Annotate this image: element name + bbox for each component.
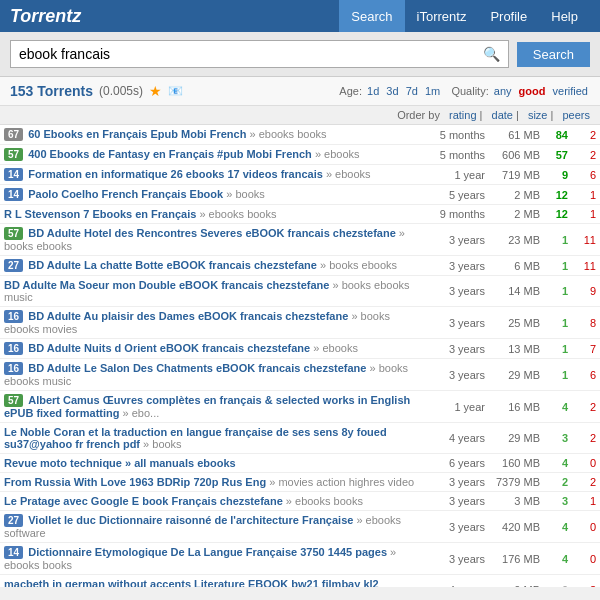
result-link[interactable]: BD Adulte Au plaisir des Dames eBOOK fra… [28, 310, 348, 322]
result-age: 4 years [429, 423, 489, 454]
result-age: 3 years [429, 276, 489, 307]
result-leeches: 2 [572, 423, 600, 454]
result-age: 9 months [429, 205, 489, 224]
result-size: 719 MB [489, 165, 544, 185]
result-leeches: 1 [572, 492, 600, 511]
logo: Torrentz [10, 6, 81, 27]
result-title-cell: 14 Formation en informatique 26 ebooks 1… [0, 165, 429, 185]
result-link[interactable]: Albert Camus Œuvres complètes en françai… [4, 394, 410, 419]
table-row: Le Noble Coran et la traduction en langu… [0, 423, 600, 454]
result-link[interactable]: Le Noble Coran et la traduction en langu… [4, 426, 387, 450]
result-link[interactable]: BD Adulte Nuits d Orient eBOOK francais … [28, 342, 310, 354]
sort-label: Order by [397, 109, 443, 121]
results-time: (0.005s) [99, 84, 143, 98]
quality-verified[interactable]: verified [553, 85, 588, 97]
result-meta: » ebooks books [249, 128, 326, 140]
age-7d[interactable]: 7d [406, 85, 418, 97]
result-link[interactable]: Paolo Coelho French Français Ebook [28, 188, 223, 200]
result-leeches: 2 [572, 391, 600, 423]
result-seeds: 4 [544, 391, 572, 423]
nav-profile[interactable]: Profile [478, 0, 539, 32]
age-1m[interactable]: 1m [425, 85, 440, 97]
sort-size[interactable]: size [528, 109, 548, 121]
rss-icon[interactable]: 📧 [168, 84, 183, 98]
result-link[interactable]: Dictionnaire Etymologique De La Langue F… [28, 546, 387, 558]
table-row: From Russia With Love 1963 BDRip 720p Ru… [0, 473, 600, 492]
result-link[interactable]: R L Stevenson 7 Ebooks en Français [4, 208, 196, 220]
result-meta: » ebooks [315, 148, 360, 160]
sort-bar: Order by rating | date | size | peers [0, 106, 600, 125]
search-input[interactable] [10, 40, 475, 68]
result-age: 3 years [429, 492, 489, 511]
sort-rating[interactable]: rating [449, 109, 477, 121]
result-age: 5 months [429, 145, 489, 165]
result-title-cell: 14 Dictionnaire Etymologique De La Langu… [0, 543, 429, 575]
result-seeds: 4 [544, 543, 572, 575]
result-leeches: 2 [572, 145, 600, 165]
result-meta: » books [226, 188, 265, 200]
table-row: 27 BD Adulte La chatte Botte eBOOK franc… [0, 256, 600, 276]
sort-peers[interactable]: peers [562, 109, 590, 121]
result-badge: 16 [4, 310, 23, 323]
result-age: 3 years [429, 473, 489, 492]
result-title-cell: 16 BD Adulte Au plaisir des Dames eBOOK … [0, 307, 429, 339]
result-seeds: 1 [544, 256, 572, 276]
age-1d[interactable]: 1d [367, 85, 379, 97]
result-link[interactable]: BD Adulte La chatte Botte eBOOK francais… [28, 259, 317, 271]
age-3d[interactable]: 3d [386, 85, 398, 97]
result-title-cell: Le Noble Coran et la traduction en langu… [0, 423, 429, 454]
search-bar: 🔍 Search [0, 32, 600, 77]
result-seeds: 4 [544, 454, 572, 473]
sort-date[interactable]: date [492, 109, 513, 121]
table-row: 14 Formation en informatique 26 ebooks 1… [0, 165, 600, 185]
result-link[interactable]: 60 Ebooks en Français Epub Mobi French [28, 128, 246, 140]
result-title-cell: R L Stevenson 7 Ebooks en Français » ebo… [0, 205, 429, 224]
result-leeches: 1 [572, 205, 600, 224]
result-meta: » ebooks books [199, 208, 276, 220]
table-row: 67 60 Ebooks en Français Epub Mobi Frenc… [0, 125, 600, 145]
result-meta: » movies action highres video [269, 476, 414, 488]
result-link[interactable]: BD Adulte Ma Soeur mon Double eBOOK fran… [4, 279, 329, 291]
result-seeds: 12 [544, 205, 572, 224]
result-meta: » ebooks [326, 168, 371, 180]
quality-good[interactable]: good [519, 85, 546, 97]
result-meta: » books [143, 438, 182, 450]
result-link[interactable]: Formation en informatique 26 ebooks 17 v… [28, 168, 323, 180]
age-quality: Age: 1d 3d 7d 1m Quality: any good verif… [339, 85, 590, 97]
nav-itorrentz[interactable]: iTorrentz [405, 0, 479, 32]
result-leeches: 2 [572, 473, 600, 492]
result-badge: 27 [4, 514, 23, 527]
result-link[interactable]: Revue moto technique » all manuals ebook… [4, 457, 236, 469]
result-meta: » ebooks [313, 342, 358, 354]
search-submit-button[interactable]: Search [517, 42, 590, 67]
results-count: 153 Torrents [10, 83, 93, 99]
table-row: 27 Viollet le duc Dictionnaire raisonné … [0, 511, 600, 543]
result-link[interactable]: From Russia With Love 1963 BDRip 720p Ru… [4, 476, 266, 488]
nav-help[interactable]: Help [539, 0, 590, 32]
result-size: 420 MB [489, 511, 544, 543]
result-link[interactable]: Le Pratage avec Google E book Français c… [4, 495, 283, 507]
table-row: macbeth in german without accents Litera… [0, 575, 600, 588]
result-badge: 57 [4, 394, 23, 407]
result-leeches: 11 [572, 224, 600, 256]
result-seeds: 3 [544, 492, 572, 511]
result-seeds: 2 [544, 473, 572, 492]
result-link[interactable]: Viollet le duc Dictionnaire raisonné de … [28, 514, 353, 526]
result-link[interactable]: BD Adulte Le Salon Des Chatments eBOOK f… [28, 362, 366, 374]
table-row: 57 BD Adulte Hotel des Rencontres Severe… [0, 224, 600, 256]
quality-any[interactable]: any [494, 85, 512, 97]
result-seeds: 1 [544, 339, 572, 359]
result-seeds: 1 [544, 359, 572, 391]
table-row: R L Stevenson 7 Ebooks en Français » ebo… [0, 205, 600, 224]
result-link[interactable]: macbeth in german without accents Litera… [4, 578, 379, 587]
nav-search[interactable]: Search [339, 0, 404, 32]
star-icon[interactable]: ★ [149, 83, 162, 99]
result-size: 2 MB [489, 205, 544, 224]
table-row: 57 400 Ebooks de Fantasy en Français #pu… [0, 145, 600, 165]
search-icon-button[interactable]: 🔍 [475, 40, 509, 68]
result-leeches: 1 [572, 185, 600, 205]
result-badge: 16 [4, 342, 23, 355]
result-leeches: 0 [572, 511, 600, 543]
result-link[interactable]: BD Adulte Hotel des Rencontres Severes e… [28, 227, 396, 239]
result-link[interactable]: 400 Ebooks de Fantasy en Français #pub M… [28, 148, 312, 160]
